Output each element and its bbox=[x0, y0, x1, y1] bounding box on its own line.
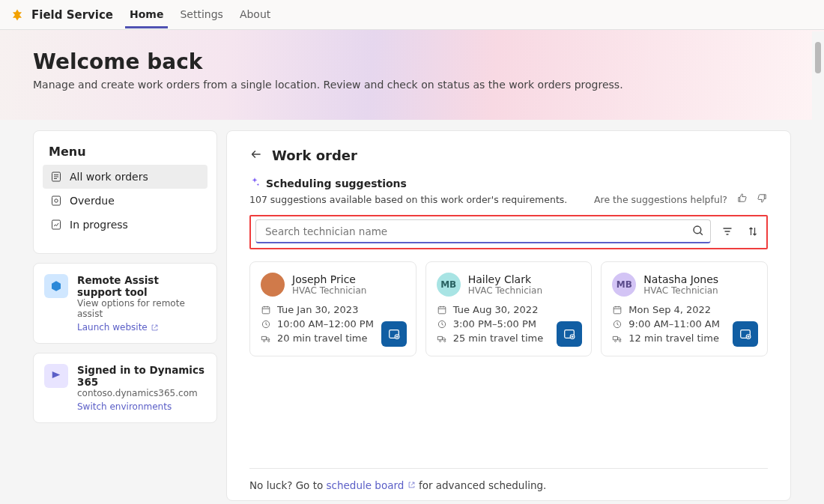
technician-role: HVAC Technician bbox=[468, 285, 542, 296]
open-external-icon bbox=[151, 324, 159, 332]
suggestions-label: Scheduling suggestions bbox=[266, 177, 407, 189]
thumbs-down-button[interactable] bbox=[757, 192, 768, 206]
schedule-board-link[interactable]: schedule board bbox=[327, 479, 416, 491]
search-toolbar-highlight bbox=[249, 215, 768, 249]
open-external-icon bbox=[408, 481, 416, 489]
sort-button[interactable] bbox=[744, 222, 762, 240]
assign-icon bbox=[739, 327, 752, 341]
svg-rect-5 bbox=[262, 306, 270, 313]
page-subtitle: Manage and create work orders from a sin… bbox=[33, 79, 791, 91]
no-luck-footer: No luck? Go to schedule board for advanc… bbox=[249, 468, 768, 491]
svg-rect-13 bbox=[614, 306, 622, 313]
work-order-title: Work order bbox=[272, 148, 357, 163]
truck-icon bbox=[261, 333, 271, 344]
menu-item-label: Overdue bbox=[70, 195, 115, 207]
nav-settings[interactable]: Settings bbox=[175, 1, 227, 28]
remote-assist-card: Remote Assist support tool View options … bbox=[33, 263, 217, 344]
clock-icon bbox=[261, 319, 271, 330]
avatar bbox=[261, 273, 285, 297]
technician-card[interactable]: MBNatasha JonesHVAC TechnicianMon Sep 4,… bbox=[601, 261, 768, 356]
svg-point-2 bbox=[55, 199, 58, 202]
avatar: MB bbox=[612, 273, 636, 297]
sort-icon bbox=[747, 225, 759, 237]
menu-item-all-work-orders[interactable]: All work orders bbox=[43, 165, 207, 189]
info-card-title: Signed in to Dynamics 365 bbox=[77, 364, 206, 388]
truck-icon bbox=[437, 333, 447, 344]
progress-icon bbox=[50, 219, 62, 231]
assign-button[interactable] bbox=[557, 321, 582, 347]
sparkle-icon bbox=[249, 177, 260, 189]
technician-name: Natasha Jones bbox=[643, 273, 718, 285]
calendar-icon bbox=[437, 305, 447, 315]
assign-icon bbox=[387, 327, 401, 341]
technician-search-input[interactable] bbox=[255, 219, 711, 243]
scrollbar-thumb[interactable] bbox=[815, 42, 821, 73]
switch-environments-link[interactable]: Switch environments bbox=[77, 401, 172, 412]
clock-alert-icon bbox=[50, 195, 62, 207]
arrow-left-icon bbox=[249, 148, 263, 161]
nav-home[interactable]: Home bbox=[125, 1, 168, 28]
menu-item-label: In progress bbox=[70, 219, 128, 231]
top-app-bar: Field Service Home Settings About bbox=[0, 0, 824, 30]
svg-rect-1 bbox=[52, 196, 61, 205]
remote-assist-icon bbox=[44, 274, 68, 298]
menu-card: Menu All work orders Overdue In progress bbox=[33, 130, 217, 254]
helpful-prompt: Are the suggestions helpful? bbox=[594, 194, 727, 205]
svg-rect-9 bbox=[438, 306, 446, 313]
assign-icon bbox=[563, 327, 576, 341]
search-icon bbox=[691, 224, 705, 240]
app-logo-icon bbox=[10, 8, 24, 22]
avatar: MB bbox=[437, 273, 461, 297]
page-title: Welcome back bbox=[33, 49, 791, 74]
nav-about[interactable]: About bbox=[235, 1, 275, 28]
launch-website-link[interactable]: Launch website bbox=[77, 322, 159, 333]
info-card-subtitle: contoso.dynamics365.com bbox=[77, 388, 206, 398]
technician-date: Tue Jan 30, 2023 bbox=[261, 304, 405, 315]
dynamics-signin-card: Signed in to Dynamics 365 contoso.dynami… bbox=[33, 353, 217, 423]
suggestions-header: Scheduling suggestions bbox=[249, 177, 768, 189]
technician-date: Tue Aug 30, 2022 bbox=[437, 304, 581, 315]
back-button[interactable] bbox=[249, 148, 263, 163]
filter-icon bbox=[721, 225, 733, 237]
vertical-scrollbar[interactable] bbox=[812, 31, 824, 504]
dynamics-icon bbox=[44, 364, 68, 388]
thumbs-down-icon bbox=[757, 192, 768, 204]
technician-name: Hailey Clark bbox=[468, 273, 542, 285]
clock-icon bbox=[612, 319, 622, 330]
truck-icon bbox=[612, 333, 622, 344]
work-order-panel: Work order Scheduling suggestions 107 su… bbox=[226, 130, 791, 501]
menu-heading: Menu bbox=[43, 145, 207, 165]
info-card-title: Remote Assist support tool bbox=[77, 274, 206, 298]
technician-card[interactable]: MBHailey ClarkHVAC TechnicianTue Aug 30,… bbox=[425, 261, 593, 356]
thumbs-up-icon bbox=[736, 192, 748, 204]
calendar-icon bbox=[261, 305, 271, 315]
document-list-icon bbox=[50, 171, 62, 183]
menu-item-overdue[interactable]: Overdue bbox=[43, 189, 207, 213]
technician-date: Mon Sep 4, 2022 bbox=[612, 304, 757, 315]
menu-item-in-progress[interactable]: In progress bbox=[43, 213, 207, 237]
info-card-subtitle: View options for remote assist bbox=[77, 298, 206, 319]
technician-role: HVAC Technician bbox=[292, 285, 366, 296]
clock-icon bbox=[437, 319, 447, 330]
technician-card[interactable]: Joseph PriceHVAC TechnicianTue Jan 30, 2… bbox=[249, 261, 416, 356]
calendar-icon bbox=[612, 305, 622, 315]
assign-button[interactable] bbox=[733, 321, 758, 347]
filter-button[interactable] bbox=[718, 222, 736, 240]
technician-role: HVAC Technician bbox=[643, 285, 718, 296]
svg-rect-3 bbox=[52, 220, 61, 229]
app-name: Field Service bbox=[31, 8, 113, 22]
suggestions-count: 107 suggestions available based on this … bbox=[249, 194, 567, 205]
hero-banner: Welcome back Manage and create work orde… bbox=[0, 30, 824, 120]
svg-point-4 bbox=[694, 226, 701, 234]
assign-button[interactable] bbox=[381, 321, 407, 347]
menu-item-label: All work orders bbox=[70, 171, 148, 183]
technician-name: Joseph Price bbox=[292, 273, 366, 285]
thumbs-up-button[interactable] bbox=[736, 192, 748, 206]
